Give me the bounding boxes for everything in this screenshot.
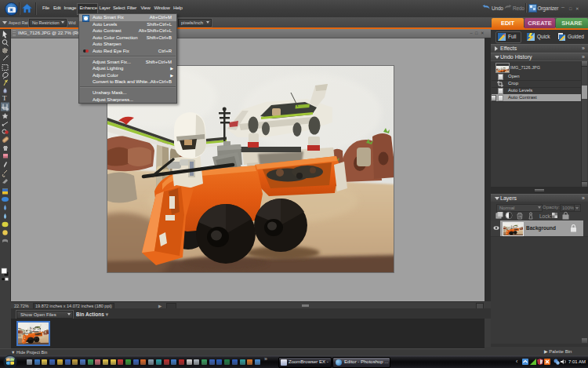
svg-text:Lock:: Lock: (539, 213, 552, 219)
svg-text:T: T (2, 94, 7, 102)
